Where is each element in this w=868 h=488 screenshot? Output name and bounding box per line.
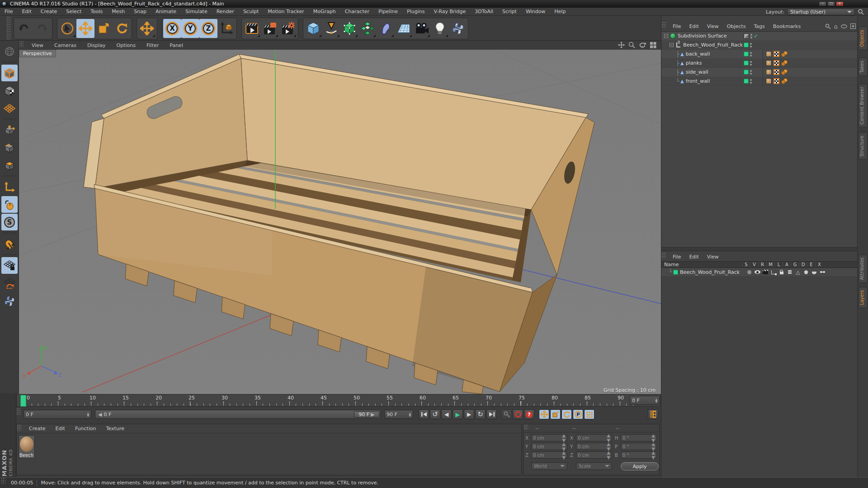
menu-select[interactable]: Select: [61, 9, 86, 14]
open-timeline-button[interactable]: [648, 409, 658, 419]
layer-color-chip[interactable]: [744, 52, 749, 56]
view-toggle-icon[interactable]: [753, 270, 761, 274]
menu-mesh[interactable]: Mesh: [107, 9, 129, 14]
python-palette-icon[interactable]: [1, 292, 18, 309]
xref-toggle-icon[interactable]: [818, 271, 826, 273]
move-tool-button[interactable]: [76, 19, 94, 38]
y-axis-lock-button[interactable]: Y: [181, 19, 199, 38]
modeling-objects-button[interactable]: [359, 19, 377, 38]
tab-layers[interactable]: Layers: [859, 287, 868, 308]
layer-color-chip[interactable]: [744, 79, 749, 84]
material-grip[interactable]: [17, 424, 21, 431]
layer-color-chip[interactable]: [744, 61, 749, 66]
polygon-mode-icon[interactable]: [1, 157, 18, 174]
om-menu-tags[interactable]: Tags: [750, 23, 769, 29]
camera-button[interactable]: [413, 19, 431, 38]
visibility-dots-icon[interactable]: [750, 52, 752, 56]
key-pla-toggle[interactable]: [584, 409, 594, 419]
search-icon[interactable]: [858, 9, 864, 15]
tweak-mode-icon[interactable]: [1, 196, 18, 213]
phong-tag-icon[interactable]: [781, 60, 788, 66]
play-button[interactable]: ▶: [453, 409, 463, 419]
menu-window[interactable]: Window: [521, 9, 550, 14]
toolbar-grip[interactable]: [6, 16, 11, 40]
layer-color-chip[interactable]: [673, 270, 678, 275]
expander-icon[interactable]: [664, 34, 668, 38]
solo-toggle-icon[interactable]: [745, 270, 753, 274]
generators-toggle-icon[interactable]: △: [794, 269, 802, 275]
layer-row-beech-wood-fruit-rack[interactable]: └ Beech_Wood_Fruit_Rack △: [661, 268, 858, 276]
menu-tools[interactable]: Tools: [86, 9, 107, 14]
range-end-handle[interactable]: 90 F▶: [354, 411, 379, 418]
key-position-toggle[interactable]: [539, 409, 549, 419]
vp-menu-options[interactable]: Options: [111, 42, 141, 48]
lock-workplane-icon[interactable]: [1, 257, 18, 274]
enable-toggle-icon[interactable]: [744, 33, 749, 39]
zoom-view-icon[interactable]: [628, 42, 635, 48]
close-button[interactable]: ✕: [836, 1, 844, 6]
om-menu-edit[interactable]: Edit: [685, 23, 703, 29]
menu-pipeline[interactable]: Pipeline: [374, 9, 402, 14]
tab-attributes[interactable]: Attributes: [859, 254, 868, 283]
viewport-solo-icon[interactable]: S: [1, 214, 18, 230]
om-menu-objects[interactable]: Objects: [723, 23, 750, 29]
texture-tag-icon[interactable]: [766, 69, 772, 75]
expressions-toggle-icon[interactable]: [810, 270, 818, 274]
om-menu-view[interactable]: View: [703, 23, 723, 29]
points-mode-icon[interactable]: [1, 122, 18, 138]
menu-create[interactable]: Create: [36, 9, 62, 14]
ly-menu-file[interactable]: File: [669, 254, 685, 260]
tree-row-front-wall[interactable]: └ ▲ front_wall: [661, 77, 858, 86]
autokey-button[interactable]: [513, 409, 523, 419]
vp-menu-filter[interactable]: Filter: [141, 42, 164, 48]
key-parameter-toggle[interactable]: P: [573, 409, 583, 419]
vp-menu-view[interactable]: View: [26, 42, 49, 48]
toggle-views-icon[interactable]: [650, 42, 656, 48]
orbit-view-icon[interactable]: [639, 42, 646, 48]
object-manager-grip[interactable]: [661, 22, 666, 28]
menu-script[interactable]: Script: [498, 9, 521, 14]
spline-pen-button[interactable]: [322, 19, 340, 38]
keyframe-selection-button[interactable]: ?: [524, 409, 534, 419]
size-y-field[interactable]: 0 cm▲▼: [576, 443, 612, 450]
end-frame-spinner[interactable]: 90 F▲▼: [384, 410, 413, 419]
restore-button[interactable]: ▢: [827, 1, 835, 6]
coordinate-system-button[interactable]: [217, 19, 236, 38]
phong-tag-icon[interactable]: [781, 51, 788, 57]
record-keyframe-button[interactable]: [501, 409, 512, 419]
render-toggle-icon[interactable]: [761, 270, 769, 274]
rotation-p-field[interactable]: 0 °▲▼: [621, 443, 657, 450]
size-x-field[interactable]: 0 cm▲▼: [576, 434, 612, 441]
visibility-dots-icon[interactable]: [750, 43, 752, 47]
key-scale-toggle[interactable]: [550, 409, 561, 419]
menu-plugins[interactable]: Plugins: [402, 9, 429, 14]
lock-toggle-icon[interactable]: [778, 270, 786, 274]
ruler-frame-spinner[interactable]: 0 F▲▼: [630, 396, 660, 405]
layer-color-chip[interactable]: [744, 42, 749, 47]
layout-dropdown[interactable]: Startup (User): [787, 9, 855, 15]
menu-file[interactable]: File: [0, 9, 17, 14]
om-home-icon[interactable]: ⌂: [834, 23, 838, 30]
scale-tool-button[interactable]: [94, 19, 113, 38]
goto-start-button[interactable]: [419, 409, 429, 419]
menu-motion-tracker[interactable]: Motion Tracker: [263, 9, 308, 14]
layers-grip[interactable]: [661, 252, 666, 258]
uvw-tag-icon[interactable]: [774, 69, 779, 75]
transport-grip[interactable]: [16, 408, 21, 415]
tree-row-back-wall[interactable]: ├ ▲ back_wall: [661, 50, 858, 59]
menu-snap[interactable]: Snap: [129, 9, 151, 14]
light-button[interactable]: [431, 19, 449, 38]
model-mode-icon[interactable]: [1, 65, 18, 81]
make-editable-icon[interactable]: [1, 43, 18, 60]
timeline-ruler[interactable]: 0 5 10 15 20 25 30 35 40 45 50 55 60 65 …: [16, 394, 661, 407]
workplane-rotate-icon[interactable]: [1, 275, 18, 291]
previous-frame-button[interactable]: ◀: [441, 409, 452, 419]
scale-dropdown[interactable]: Scale: [576, 462, 612, 470]
camera-label[interactable]: Perspective: [19, 50, 56, 57]
layer-color-chip[interactable]: [744, 70, 749, 75]
snap-magnet-icon[interactable]: [1, 235, 18, 252]
panel-splitter[interactable]: [661, 247, 868, 251]
environment-floor-button[interactable]: [395, 19, 413, 38]
coordinates-grip[interactable]: [524, 424, 528, 430]
om-add-icon[interactable]: [850, 23, 856, 29]
